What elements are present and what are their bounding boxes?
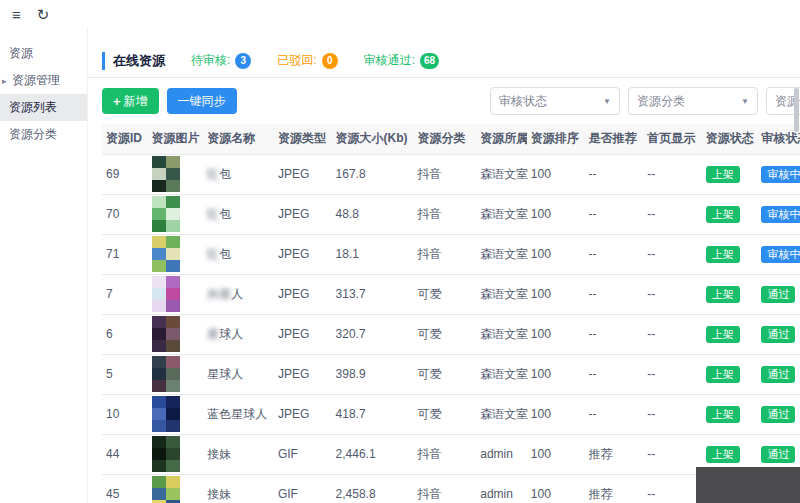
tab-online-resources[interactable]: 在线资源 [102, 52, 165, 70]
add-button[interactable]: + 新增 [102, 88, 159, 114]
audit-status-tag: 通过 [761, 446, 795, 463]
cell-resource-sort: 100 [527, 434, 585, 474]
resource-thumbnail[interactable] [152, 316, 180, 352]
cell-recommend: -- [584, 194, 643, 234]
thumbnail-block [152, 476, 166, 488]
filter-resource-category-select[interactable]: 资源分类 ▼ [628, 87, 758, 115]
blurred-name-text: 星 [207, 327, 219, 341]
sidebar-item-resource-categories[interactable]: 资源分类 [0, 121, 87, 148]
cell-recommend: -- [584, 154, 643, 194]
cell-resource-image [148, 354, 204, 394]
refresh-icon[interactable]: ↻ [37, 7, 50, 22]
cell-resource-owner: 森语文室 [476, 394, 527, 434]
status-tag[interactable]: 上架 [706, 246, 740, 263]
menu-icon[interactable]: ≡ [12, 7, 21, 22]
resource-thumbnail[interactable] [152, 236, 180, 272]
cell-resource-sort: 100 [527, 394, 585, 434]
stat-badge: 3 [235, 53, 251, 69]
cell-resource-name: 外星人 [203, 274, 274, 314]
cell-audit-status: 通过 [757, 274, 800, 314]
cell-resource-image [148, 194, 204, 234]
name-text: 蓝色星球人 [207, 407, 267, 421]
thumbnail-block [166, 476, 180, 488]
toolbar: + 新增 一键同步 审核状态 ▼ 资源分类 ▼ 资源优 ▼ [88, 78, 800, 124]
cell-homepage-display: -- [643, 194, 702, 234]
sidebar-item-label: 资源管理 [12, 73, 60, 87]
cell-recommend: 推荐 [584, 474, 643, 503]
thumbnail-block [166, 356, 180, 368]
cell-resource-status: 上架 [702, 274, 758, 314]
status-tag[interactable]: 上架 [706, 206, 740, 223]
thumbnail-block [152, 248, 166, 260]
scrollbar-thumb[interactable] [794, 88, 799, 132]
audit-status-tag: 审核中 [761, 246, 800, 263]
column-header-category: 资源分类 [414, 124, 477, 154]
cell-resource-status: 上架 [702, 234, 758, 274]
filter-audit-status-select[interactable]: 审核状态 ▼ [490, 87, 620, 115]
table-row: 6星球人JPEG320.7可爱森语文室100----上架通过 [102, 314, 800, 354]
name-text: 包 [219, 167, 231, 181]
thumbnail-block [166, 316, 180, 328]
thumbnail-block [166, 460, 180, 472]
status-tag[interactable]: 上架 [706, 446, 740, 463]
cell-resource-name: 星球人 [203, 314, 274, 354]
sidebar-item-resource-management[interactable]: ▸ 资源管理 [0, 67, 87, 94]
cell-resource-image [148, 394, 204, 434]
filters: 审核状态 ▼ 资源分类 ▼ 资源优 ▼ [490, 87, 800, 115]
cell-resource-name: 红包 [203, 194, 274, 234]
cell-audit-status: 通过 [757, 314, 800, 354]
cell-resource-id: 70 [102, 194, 148, 234]
cell-resource-owner: 森语文室 [476, 314, 527, 354]
resource-thumbnail[interactable] [152, 396, 180, 432]
column-header-name: 资源名称 [203, 124, 274, 154]
cell-resource-id: 45 [102, 474, 148, 503]
table-body: 69红包JPEG167.8抖音森语文室100----上架审核中70红包JPEG4… [102, 154, 800, 503]
cell-audit-status: 通过 [757, 354, 800, 394]
status-tag[interactable]: 上架 [706, 326, 740, 343]
thumbnail-block [166, 340, 180, 352]
thumbnail-block [166, 436, 180, 448]
status-tag[interactable]: 上架 [706, 286, 740, 303]
resource-thumbnail[interactable] [152, 356, 180, 392]
sidebar-item-resources[interactable]: 资源 [0, 40, 87, 67]
cell-resource-name: 接妹 [203, 474, 274, 503]
cell-recommend: -- [584, 314, 643, 354]
sidebar-item-resource-list[interactable]: 资源列表 [0, 94, 87, 121]
stat-approved: 审核通过: 68 [364, 52, 439, 69]
cell-resource-type: JPEG [274, 274, 332, 314]
status-tag[interactable]: 上架 [706, 366, 740, 383]
resource-thumbnail[interactable] [152, 476, 180, 503]
cell-resource-size: 167.8 [332, 154, 414, 194]
cell-resource-status: 上架 [702, 314, 758, 354]
thumbnail-block [166, 248, 180, 260]
thumbnail-block [166, 300, 180, 312]
cell-resource-name: 红包 [203, 154, 274, 194]
cell-resource-category: 可爱 [414, 394, 477, 434]
name-text: 包 [219, 247, 231, 261]
sidebar-item-label: 资源 [9, 46, 33, 60]
cell-resource-name: 蓝色星球人 [203, 394, 274, 434]
column-header-type: 资源类型 [274, 124, 332, 154]
cell-resource-sort: 100 [527, 194, 585, 234]
sync-button[interactable]: 一键同步 [167, 88, 237, 114]
cell-resource-category: 抖音 [414, 154, 477, 194]
cell-homepage-display: -- [643, 434, 702, 474]
select-placeholder: 资源分类 [637, 93, 685, 110]
status-tag[interactable]: 上架 [706, 166, 740, 183]
cell-homepage-display: -- [643, 394, 702, 434]
stat-pending-review: 待审核: 3 [191, 52, 251, 69]
cell-resource-size: 418.7 [332, 394, 414, 434]
resource-thumbnail[interactable] [152, 276, 180, 312]
thumbnail-block [166, 448, 180, 460]
thumbnail-block [152, 436, 166, 448]
table-row: 71红包JPEG18.1抖音森语文室100----上架审核中 [102, 234, 800, 274]
resource-thumbnail[interactable] [152, 196, 180, 232]
resource-thumbnail[interactable] [152, 436, 180, 472]
thumbnail-block [166, 196, 180, 208]
resource-thumbnail[interactable] [152, 156, 180, 192]
name-text: 包 [219, 207, 231, 221]
audit-status-tag: 通过 [761, 366, 795, 383]
column-header-owner: 资源所属 [476, 124, 527, 154]
status-tag[interactable]: 上架 [706, 406, 740, 423]
column-header-sort: 资源排序 [527, 124, 585, 154]
